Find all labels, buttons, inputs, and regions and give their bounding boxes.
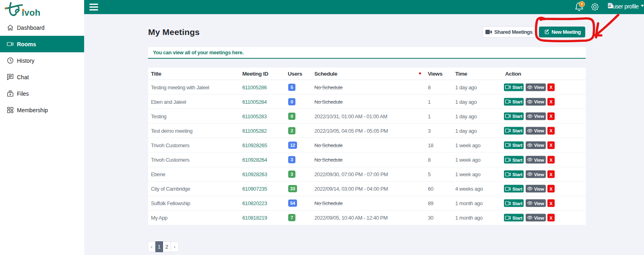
svg-text:ivoh: ivoh <box>22 8 40 18</box>
